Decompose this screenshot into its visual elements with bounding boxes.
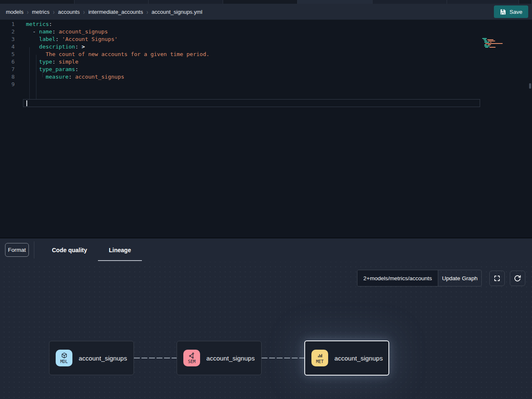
tab-label: Lineage bbox=[109, 247, 131, 253]
file-tab[interactable] bbox=[149, 0, 223, 4]
lineage-toolbar: Update Graph bbox=[357, 270, 525, 286]
network-icon bbox=[188, 352, 195, 359]
minimap-line bbox=[481, 38, 508, 39]
code-line[interactable]: 4 description: > bbox=[0, 43, 209, 51]
lineage-edge bbox=[134, 358, 177, 358]
line-number: 9 bbox=[0, 81, 23, 88]
bar-chart-icon bbox=[316, 352, 324, 359]
node-badge-sem: SEM bbox=[183, 350, 200, 366]
indent-guide bbox=[42, 70, 43, 77]
node-label: account_signups bbox=[206, 355, 255, 362]
chevron-right-icon: › bbox=[27, 8, 28, 16]
line-number: 8 bbox=[0, 73, 23, 81]
breadcrumb-item[interactable]: account_signups.yml bbox=[152, 9, 202, 15]
lineage-selector-input[interactable] bbox=[357, 270, 438, 286]
node-label: account_signups bbox=[79, 355, 127, 362]
file-tab[interactable] bbox=[373, 0, 447, 4]
breadcrumb: models›metrics›accounts›intermediate_acc… bbox=[6, 9, 494, 15]
line-number: 4 bbox=[0, 43, 23, 51]
code-text bbox=[23, 81, 26, 88]
format-button[interactable]: Format bbox=[5, 243, 29, 257]
update-graph-button[interactable]: Update Graph bbox=[438, 270, 481, 286]
tab-lineage[interactable]: Lineage bbox=[98, 238, 142, 262]
chevron-right-icon: › bbox=[53, 8, 54, 16]
line-number: 6 bbox=[0, 58, 23, 66]
selector-group: Update Graph bbox=[357, 270, 482, 286]
code-line[interactable]: 1metrics: bbox=[0, 20, 209, 28]
breadcrumb-item[interactable]: metrics bbox=[32, 9, 49, 15]
tab-label: Code quality bbox=[52, 247, 87, 253]
code-line[interactable]: 3 label: 'Account Signups' bbox=[0, 36, 209, 43]
file-tab[interactable] bbox=[519, 0, 532, 4]
code-line[interactable]: 5 The count of new accounts for a given … bbox=[0, 51, 209, 58]
node-badge-met: MET bbox=[311, 350, 328, 366]
ide-window: models›metrics›accounts›intermediate_acc… bbox=[0, 0, 532, 399]
breadcrumb-item[interactable]: accounts bbox=[58, 9, 80, 15]
fullscreen-icon bbox=[493, 275, 501, 282]
file-tab[interactable] bbox=[447, 0, 519, 4]
refresh-icon bbox=[514, 275, 521, 282]
code-text: measure: account_signups bbox=[23, 73, 124, 81]
refresh-button[interactable] bbox=[510, 271, 525, 286]
code-line[interactable]: 9 bbox=[0, 81, 209, 88]
node-badge-label: SEM bbox=[188, 359, 195, 364]
node-badge-label: MET bbox=[316, 359, 324, 364]
save-button[interactable]: Save bbox=[494, 5, 528, 18]
chevron-right-icon: › bbox=[83, 8, 85, 16]
node-label: account_signups bbox=[334, 355, 383, 362]
fullscreen-button[interactable] bbox=[489, 271, 505, 286]
code-line[interactable]: 2 - name: account_signups bbox=[0, 28, 209, 36]
minimap-line bbox=[481, 47, 508, 48]
node-badge-mdl: MDL bbox=[56, 350, 72, 366]
breadcrumb-item[interactable]: intermediate_accounts bbox=[88, 9, 143, 15]
tab-code-quality[interactable]: Code quality bbox=[41, 238, 98, 262]
code-text: type_params: bbox=[23, 66, 78, 73]
current-line-highlight bbox=[23, 99, 480, 107]
save-button-label: Save bbox=[509, 9, 522, 15]
code-text: label: 'Account Signups' bbox=[23, 36, 118, 43]
minimap-line bbox=[481, 41, 508, 41]
header-divider bbox=[34, 241, 34, 258]
code-line[interactable]: 7 type_params: bbox=[0, 66, 209, 73]
minimap-line bbox=[481, 42, 508, 43]
indent-guide bbox=[36, 55, 36, 100]
scrollbar-thumb[interactable] bbox=[529, 83, 531, 89]
indent-guide bbox=[29, 47, 30, 100]
node-badge-label: MDL bbox=[60, 359, 68, 364]
bottom-panel: Format Code qualityLineage Update Graph bbox=[0, 238, 532, 399]
cube-icon bbox=[61, 352, 68, 359]
lineage-edge bbox=[262, 358, 304, 358]
line-number: 3 bbox=[0, 36, 23, 43]
text-cursor bbox=[26, 100, 27, 106]
code-text: type: simple bbox=[23, 58, 78, 66]
line-number: 1 bbox=[0, 20, 23, 28]
minimap[interactable] bbox=[481, 38, 508, 48]
lineage-canvas[interactable]: Update Graph bbox=[0, 262, 532, 399]
breadcrumb-item[interactable]: models bbox=[6, 9, 23, 15]
file-tab[interactable] bbox=[298, 0, 373, 4]
line-number: 2 bbox=[0, 28, 23, 36]
floppy-icon bbox=[500, 9, 506, 15]
code-line[interactable]: 8 measure: account_signups bbox=[0, 73, 209, 81]
code-text: description: > bbox=[23, 43, 85, 51]
file-tab[interactable] bbox=[0, 0, 75, 4]
minimap-line bbox=[481, 43, 508, 44]
line-number: 7 bbox=[0, 66, 23, 73]
code-text: - name: account_signups bbox=[23, 28, 108, 36]
code-text: The count of new accounts for a given ti… bbox=[23, 51, 209, 58]
lineage-node-met[interactable]: METaccount_signups bbox=[304, 340, 389, 376]
active-tab-underline bbox=[98, 260, 142, 261]
lineage-node-sem[interactable]: SEMaccount_signups bbox=[177, 341, 262, 375]
minimap-line bbox=[481, 44, 508, 45]
file-tab[interactable] bbox=[223, 0, 298, 4]
panel-header: Format Code qualityLineage bbox=[0, 238, 532, 262]
code-line[interactable]: 6 type: simple bbox=[0, 58, 209, 66]
minimap-line bbox=[481, 46, 508, 46]
line-number: 5 bbox=[0, 51, 23, 58]
file-tab-strip[interactable] bbox=[0, 0, 532, 4]
minimap-line bbox=[481, 39, 508, 40]
code-editor[interactable]: 1metrics:2 - name: account_signups3 labe… bbox=[0, 20, 532, 238]
lineage-node-mdl[interactable]: MDLaccount_signups bbox=[49, 341, 134, 375]
chevron-right-icon: › bbox=[146, 8, 148, 16]
file-tab[interactable] bbox=[75, 0, 149, 4]
